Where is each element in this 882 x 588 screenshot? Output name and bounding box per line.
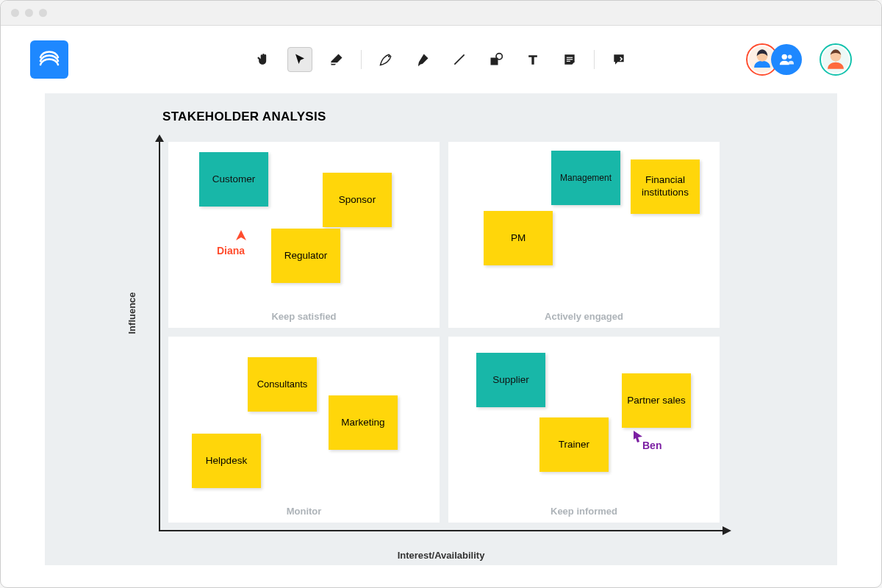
- window-dot: [25, 9, 33, 17]
- quadrant-keep-informed: Supplier Partner sales Trainer Ben Keep …: [448, 337, 720, 523]
- svg-line-2: [454, 54, 464, 64]
- window-titlebar: [1, 1, 881, 26]
- diagram-title: STAKEHOLDER ANALYSIS: [162, 110, 326, 124]
- y-axis-label: Influence: [126, 292, 137, 334]
- comment-tool-button[interactable]: [606, 47, 631, 72]
- note-partner[interactable]: Partner sales: [622, 373, 691, 428]
- collab-cursor-diana-icon: [234, 229, 248, 242]
- note-marketing[interactable]: Marketing: [329, 395, 398, 450]
- window-dot: [39, 9, 47, 17]
- toolbar-separator: [361, 50, 362, 69]
- note-sponsor[interactable]: Sponsor: [323, 173, 392, 227]
- quadrant-grid: Customer Sponsor Regulator Diana Keep sa…: [168, 142, 720, 523]
- sticky-note-icon: [562, 52, 577, 67]
- x-axis-label: Interest/Availability: [398, 550, 485, 561]
- quadrant-monitor: Consultants Marketing Helpdesk Monitor: [168, 337, 440, 523]
- note-customer[interactable]: Customer: [199, 152, 268, 207]
- people-icon: [778, 51, 795, 68]
- quadrant-label: Actively engaged: [545, 311, 623, 322]
- line-tool-button[interactable]: [447, 47, 472, 72]
- text-icon: [526, 52, 540, 67]
- x-axis-line: [159, 530, 725, 531]
- share-button[interactable]: [771, 44, 802, 75]
- app-header: [1, 26, 881, 93]
- svg-point-11: [788, 55, 792, 60]
- quadrant-actively-engaged: Management Financial institutions PM Act…: [448, 142, 720, 328]
- text-tool-button[interactable]: [520, 47, 545, 72]
- sticky-note-tool-button[interactable]: [557, 47, 582, 72]
- shape-icon: [489, 52, 503, 67]
- svg-rect-0: [331, 62, 337, 64]
- quadrant-label: Monitor: [287, 506, 322, 517]
- line-icon: [452, 52, 467, 67]
- whiteboard-canvas[interactable]: STAKEHOLDER ANALYSIS Influence Interest/…: [45, 93, 837, 565]
- comment-icon: [612, 52, 626, 67]
- note-regulator[interactable]: Regulator: [271, 229, 340, 283]
- toolbar: [251, 47, 631, 72]
- eraser-tool-button[interactable]: [324, 47, 349, 72]
- logo-swirl-icon: [36, 46, 62, 73]
- pointer-tool-button[interactable]: [287, 47, 312, 72]
- marker-icon: [415, 52, 430, 67]
- svg-point-10: [782, 54, 787, 60]
- window-dot: [11, 9, 19, 17]
- y-axis-line: [159, 139, 160, 530]
- quadrant-keep-satisfied: Customer Sponsor Regulator Diana Keep sa…: [168, 142, 440, 328]
- avatar-ben[interactable]: [820, 43, 852, 76]
- shape-tool-button[interactable]: [484, 47, 509, 72]
- avatar-group: [746, 43, 802, 76]
- svg-rect-7: [567, 61, 570, 62]
- collaborator-avatars: [746, 43, 852, 76]
- note-supplier[interactable]: Supplier: [476, 353, 545, 407]
- collab-cursor-ben-label: Ben: [642, 440, 662, 451]
- collab-cursor-diana-label: Diana: [217, 245, 245, 257]
- hand-tool-button[interactable]: [251, 47, 276, 72]
- svg-point-1: [388, 56, 390, 58]
- y-axis-arrowhead-icon: [155, 135, 164, 143]
- toolbar-separator: [594, 50, 595, 69]
- note-helpdesk[interactable]: Helpdesk: [192, 434, 261, 488]
- marker-tool-button[interactable]: [410, 47, 435, 72]
- pen-tool-button[interactable]: [373, 47, 398, 72]
- note-management[interactable]: Management: [551, 151, 620, 205]
- note-consultants[interactable]: Consultants: [248, 357, 317, 412]
- svg-rect-6: [567, 59, 573, 60]
- quadrant-label: Keep informed: [551, 506, 617, 517]
- eraser-icon: [329, 52, 344, 67]
- quadrant-label: Keep satisfied: [271, 311, 336, 322]
- note-financial[interactable]: Financial institutions: [631, 159, 700, 214]
- note-pm[interactable]: PM: [484, 211, 553, 265]
- svg-point-4: [496, 54, 502, 60]
- pen-icon: [379, 52, 393, 67]
- svg-rect-5: [567, 57, 573, 58]
- app-window: STAKEHOLDER ANALYSIS Influence Interest/…: [0, 0, 882, 588]
- avatar-ben-icon: [821, 43, 850, 76]
- x-axis-arrowhead-icon: [723, 526, 731, 535]
- hand-icon: [256, 52, 270, 67]
- app-logo[interactable]: [30, 40, 68, 79]
- note-trainer[interactable]: Trainer: [539, 417, 609, 472]
- pointer-icon: [293, 53, 306, 66]
